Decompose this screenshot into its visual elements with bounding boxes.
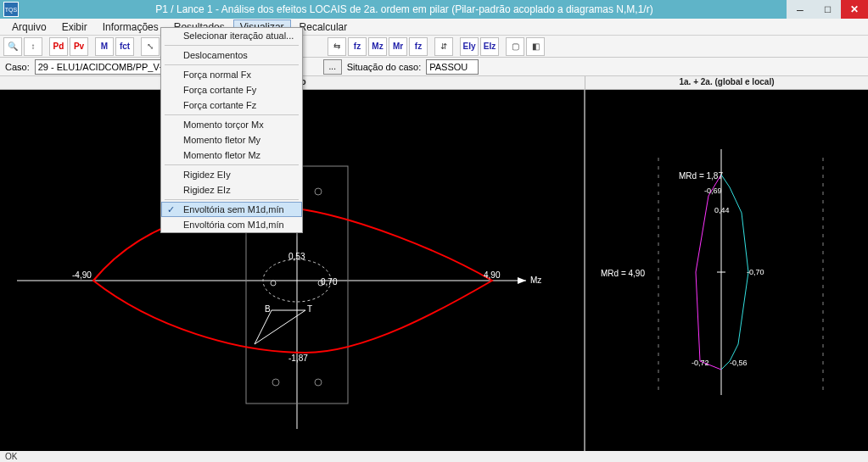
case-row: Caso: ◄ ► ... Situação do caso: [0, 58, 868, 76]
dropdown-item-11[interactable]: Envoltória com M1d,mín [161, 217, 302, 232]
dropdown-item-8[interactable]: Rigidez EIy [161, 167, 302, 182]
dropdown-item-label: Envoltória sem M1d,mín [183, 204, 284, 214]
dropdown-item-2[interactable]: Força normal Fx [161, 67, 302, 82]
svg-point-6 [272, 379, 279, 386]
dropdown-item-label: Momento fletor Mz [183, 150, 260, 160]
toolbar: 🔍 ↕ Pd Pv M fct ⤡ ↕ ⇆ fz Mz Mr fz ⇵ EIy … [0, 36, 868, 58]
menu-bar: Arquivo Exibir Informações Resultados Vi… [0, 19, 868, 36]
panel-headers: eração 1a. + 2a. (global e local) [0, 76, 868, 90]
vp-left-top: 0,53 [288, 252, 305, 261]
status-text: OK [5, 452, 17, 461]
dropdown-item-7[interactable]: Momento fletor Mz [161, 148, 302, 163]
tool-mr[interactable]: Mr [389, 37, 407, 56]
dropdown-item-5[interactable]: Momento torçor Mx [161, 117, 302, 132]
minimize-button[interactable] [787, 0, 814, 19]
vp-right-mrd1: MRd = 1,87 [679, 171, 723, 181]
tool-m[interactable]: M [95, 37, 114, 56]
dropdown-item-label: Força normal Fx [183, 70, 251, 80]
dropdown-item-label: Deslocamentos [183, 50, 248, 60]
app-icon: TQS [3, 2, 19, 17]
visualizar-dropdown: Selecionar iteração atual...Deslocamento… [160, 27, 303, 233]
dropdown-separator [165, 45, 299, 46]
svg-point-5 [315, 188, 322, 195]
panel-right-title: 1a. + 2a. (global e local) [585, 76, 868, 89]
dropdown-item-0[interactable]: Selecionar iteração atual... [161, 28, 302, 43]
vp-left-T: T [307, 304, 312, 314]
dropdown-separator [165, 164, 299, 165]
status-input[interactable] [426, 59, 479, 75]
vp-right-mrd2: MRd = 4,90 [601, 269, 645, 278]
tool-fz[interactable]: fz [348, 37, 367, 56]
dropdown-separator [165, 199, 299, 200]
dropdown-item-label: Força cortante Fy [183, 85, 256, 95]
dropdown-item-6[interactable]: Momento fletor My [161, 132, 302, 148]
dropdown-item-label: Momento torçor Mx [183, 120, 264, 130]
dropdown-item-10[interactable]: ✓Envoltória sem M1d,mín [161, 202, 302, 217]
status-bar: OK [0, 451, 868, 462]
vp-left-axis: Mz [530, 276, 541, 285]
dropdown-item-9[interactable]: Rigidez EIz [161, 182, 302, 198]
vp-left-xpos: 4,90 [484, 270, 501, 280]
status-label: Situação do caso: [347, 62, 421, 72]
dropdown-separator [165, 114, 299, 115]
maximize-button[interactable] [814, 0, 841, 19]
vp-right-v4: -0,72 [692, 359, 709, 367]
svg-point-9 [271, 281, 276, 286]
dropdown-item-label: Selecionar iteração atual... [183, 31, 294, 41]
dropdown-item-label: Rigidez EIy [183, 170, 231, 180]
case-label: Caso: [5, 62, 30, 72]
dropdown-item-label: Força cortante Fz [183, 100, 256, 110]
vp-left-bot: -1,87 [288, 353, 308, 363]
menu-informacoes[interactable]: Informações [96, 19, 165, 35]
menu-arquivo[interactable]: Arquivo [5, 19, 53, 35]
viewport-right[interactable]: MRd = 1,87 MRd = 4,90 -0,69 0,44 -0,70 -… [585, 90, 868, 451]
tool-2[interactable]: ↕ [24, 37, 42, 56]
svg-marker-1 [518, 277, 526, 284]
vp-right-v2: 0,44 [714, 206, 730, 214]
tool-pv[interactable]: Pv [70, 37, 88, 56]
vp-right-v3: -0,70 [747, 268, 764, 276]
tool-eiz[interactable]: EIz [480, 37, 499, 56]
dropdown-item-label: Rigidez EIz [183, 185, 231, 195]
tool-7[interactable]: ⤡ [141, 37, 160, 56]
viewports: -4,90 4,90 Mz 0,53 0,70 -1,87 B T MRd = … [0, 90, 868, 451]
window-title: P1 / Lance 1 - Análise dos efeitos LOCAI… [22, 3, 787, 15]
dropdown-item-3[interactable]: Força cortante Fy [161, 82, 302, 97]
vp-right-v5: -0,56 [730, 359, 748, 367]
check-icon: ✓ [167, 204, 175, 215]
dropdown-separator [165, 64, 299, 65]
tool-zoom-icon[interactable]: 🔍 [3, 37, 22, 56]
tool-mz[interactable]: Mz [368, 37, 387, 56]
tool-fz2[interactable]: fz [409, 37, 428, 56]
dropdown-item-4[interactable]: Força cortante Fz [161, 97, 302, 113]
vp-left-B: B [265, 304, 271, 314]
tool-pd[interactable]: Pd [49, 37, 68, 56]
vp-left-xneg: -4,90 [72, 270, 92, 280]
case-input[interactable] [35, 59, 179, 75]
title-bar: TQS P1 / Lance 1 - Análise dos efeitos L… [0, 0, 868, 19]
close-button[interactable] [841, 0, 868, 19]
dropdown-item-label: Momento fletor My [183, 135, 260, 145]
tool-18[interactable]: ◧ [526, 37, 545, 56]
tool-9[interactable]: ⇆ [328, 37, 346, 56]
dropdown-item-1[interactable]: Deslocamentos [161, 47, 302, 63]
dropdown-item-label: Envoltória com M1d,mín [183, 220, 284, 230]
tool-17[interactable]: ▢ [506, 37, 524, 56]
menu-exibir[interactable]: Exibir [55, 19, 94, 35]
tool-fct[interactable]: fct [115, 37, 134, 56]
vp-left-ctr: 0,70 [321, 277, 338, 287]
svg-point-7 [315, 379, 322, 386]
tool-14[interactable]: ⇵ [434, 37, 453, 56]
tool-eiy[interactable]: EIy [460, 37, 479, 56]
vp-right-v1: -0,69 [704, 186, 722, 195]
case-more-button[interactable]: ... [323, 59, 342, 75]
